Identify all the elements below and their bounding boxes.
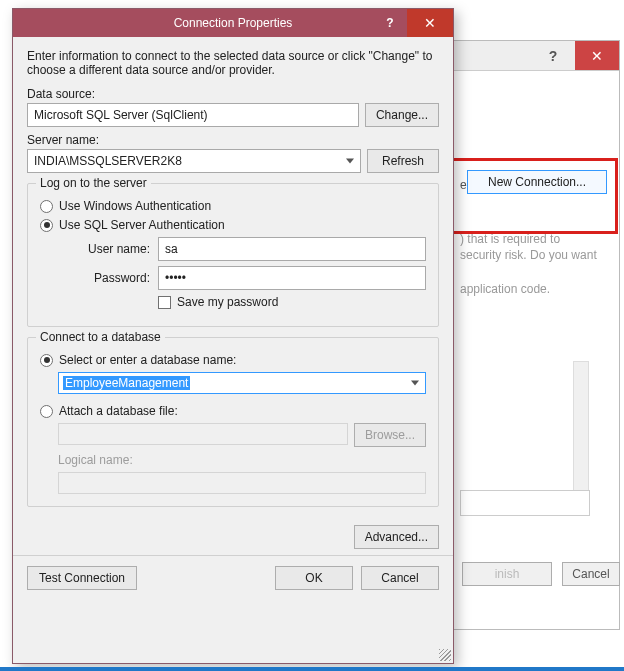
logical-name-label: Logical name: xyxy=(58,453,133,467)
save-password-checkbox[interactable] xyxy=(158,296,171,309)
data-source-field xyxy=(27,103,359,127)
bg-text-line1: ) that is required to xyxy=(460,232,560,246)
sql-auth-label: Use SQL Server Authentication xyxy=(59,218,225,232)
bg-text-line3: application code. xyxy=(460,282,550,296)
server-name-value: INDIA\MSSQLSERVER2K8 xyxy=(34,154,182,168)
logical-name-field xyxy=(58,472,426,494)
help-icon[interactable]: ? xyxy=(373,9,407,37)
connection-properties-dialog: Connection Properties ? ✕ Enter informat… xyxy=(12,8,454,664)
windows-auth-label: Use Windows Authentication xyxy=(59,199,211,213)
database-group: Connect to a database Select or enter a … xyxy=(27,337,439,507)
new-connection-button[interactable]: New Connection... xyxy=(467,170,607,194)
bg-cancel-button[interactable]: Cancel xyxy=(562,562,620,586)
windows-auth-radio-row[interactable]: Use Windows Authentication xyxy=(40,199,426,213)
cancel-button[interactable]: Cancel xyxy=(361,566,439,590)
resize-grip-icon[interactable] xyxy=(439,649,451,661)
logon-group-title: Log on to the server xyxy=(36,176,151,190)
password-field[interactable] xyxy=(158,266,426,290)
radio-icon xyxy=(40,405,53,418)
close-icon[interactable]: ✕ xyxy=(407,9,453,37)
change-button[interactable]: Change... xyxy=(365,103,439,127)
bg-textbox[interactable] xyxy=(460,490,590,516)
ok-button[interactable]: OK xyxy=(275,566,353,590)
radio-icon xyxy=(40,200,53,213)
logon-group: Log on to the server Use Windows Authent… xyxy=(27,183,439,327)
refresh-button[interactable]: Refresh xyxy=(367,149,439,173)
dialog-titlebar: Connection Properties ? ✕ xyxy=(13,9,453,37)
server-name-label: Server name: xyxy=(27,133,439,147)
bg-text-line2: security risk. Do you want xyxy=(460,248,597,262)
radio-icon xyxy=(40,219,53,232)
close-icon[interactable]: ✕ xyxy=(575,41,619,70)
database-name-value: EmployeeManagement xyxy=(63,376,190,390)
username-field[interactable] xyxy=(158,237,426,261)
attach-file-field xyxy=(58,423,348,445)
password-label: Password: xyxy=(58,271,158,285)
save-password-label: Save my password xyxy=(177,295,278,309)
advanced-button[interactable]: Advanced... xyxy=(354,525,439,549)
scrollbar[interactable] xyxy=(573,361,589,491)
attach-db-radio-row[interactable]: Attach a database file: xyxy=(40,404,426,418)
radio-icon xyxy=(40,354,53,367)
database-group-title: Connect to a database xyxy=(36,330,165,344)
browse-button: Browse... xyxy=(354,423,426,447)
select-db-radio-row[interactable]: Select or enter a database name: xyxy=(40,353,426,367)
select-db-label: Select or enter a database name: xyxy=(59,353,236,367)
data-source-label: Data source: xyxy=(27,87,439,101)
server-name-combo[interactable]: INDIA\MSSQLSERVER2K8 xyxy=(27,149,361,173)
finish-button: inish xyxy=(462,562,552,586)
sql-auth-radio-row[interactable]: Use SQL Server Authentication xyxy=(40,218,426,232)
attach-db-label: Attach a database file: xyxy=(59,404,178,418)
help-icon[interactable]: ? xyxy=(531,41,575,70)
test-connection-button[interactable]: Test Connection xyxy=(27,566,137,590)
username-label: User name: xyxy=(58,242,158,256)
intro-text: Enter information to connect to the sele… xyxy=(27,49,439,77)
database-name-combo[interactable]: EmployeeManagement xyxy=(58,372,426,394)
bottom-stripe xyxy=(0,667,624,671)
